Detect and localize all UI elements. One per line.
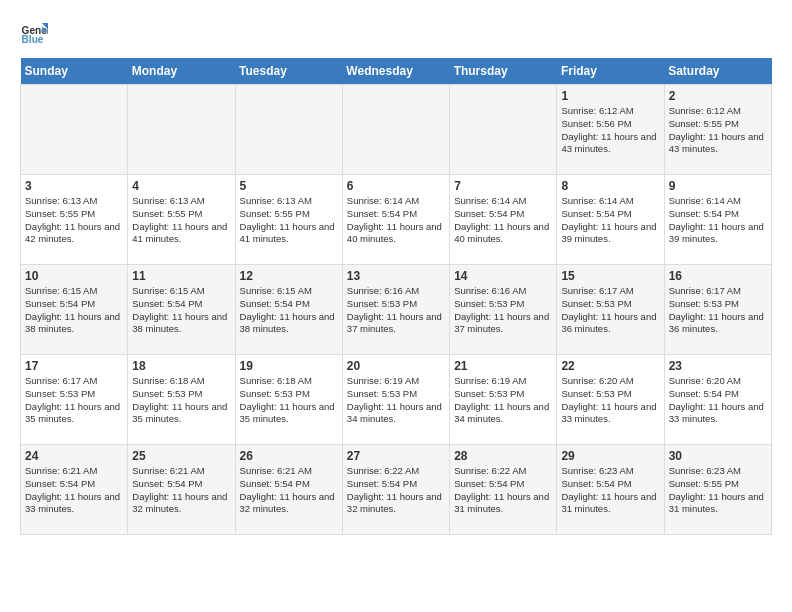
day-number: 13 xyxy=(347,269,445,283)
day-number: 25 xyxy=(132,449,230,463)
calendar-cell: 16Sunrise: 6:17 AM Sunset: 5:53 PM Dayli… xyxy=(664,265,771,355)
calendar-cell: 5Sunrise: 6:13 AM Sunset: 5:55 PM Daylig… xyxy=(235,175,342,265)
calendar-cell xyxy=(128,85,235,175)
day-info: Sunrise: 6:20 AM Sunset: 5:54 PM Dayligh… xyxy=(669,375,767,426)
calendar-cell: 12Sunrise: 6:15 AM Sunset: 5:54 PM Dayli… xyxy=(235,265,342,355)
day-number: 27 xyxy=(347,449,445,463)
day-info: Sunrise: 6:17 AM Sunset: 5:53 PM Dayligh… xyxy=(669,285,767,336)
calendar-cell xyxy=(342,85,449,175)
day-info: Sunrise: 6:13 AM Sunset: 5:55 PM Dayligh… xyxy=(240,195,338,246)
day-info: Sunrise: 6:22 AM Sunset: 5:54 PM Dayligh… xyxy=(454,465,552,516)
day-info: Sunrise: 6:23 AM Sunset: 5:55 PM Dayligh… xyxy=(669,465,767,516)
day-number: 14 xyxy=(454,269,552,283)
day-info: Sunrise: 6:22 AM Sunset: 5:54 PM Dayligh… xyxy=(347,465,445,516)
day-header-tuesday: Tuesday xyxy=(235,58,342,85)
calendar-cell xyxy=(235,85,342,175)
day-info: Sunrise: 6:13 AM Sunset: 5:55 PM Dayligh… xyxy=(25,195,123,246)
day-header-thursday: Thursday xyxy=(450,58,557,85)
calendar-cell: 18Sunrise: 6:18 AM Sunset: 5:53 PM Dayli… xyxy=(128,355,235,445)
calendar-cell: 27Sunrise: 6:22 AM Sunset: 5:54 PM Dayli… xyxy=(342,445,449,535)
day-header-friday: Friday xyxy=(557,58,664,85)
calendar-cell: 10Sunrise: 6:15 AM Sunset: 5:54 PM Dayli… xyxy=(21,265,128,355)
day-info: Sunrise: 6:14 AM Sunset: 5:54 PM Dayligh… xyxy=(347,195,445,246)
day-number: 18 xyxy=(132,359,230,373)
calendar-week-row: 24Sunrise: 6:21 AM Sunset: 5:54 PM Dayli… xyxy=(21,445,772,535)
day-number: 12 xyxy=(240,269,338,283)
day-info: Sunrise: 6:15 AM Sunset: 5:54 PM Dayligh… xyxy=(25,285,123,336)
day-info: Sunrise: 6:14 AM Sunset: 5:54 PM Dayligh… xyxy=(561,195,659,246)
calendar-cell xyxy=(450,85,557,175)
day-number: 4 xyxy=(132,179,230,193)
calendar-cell: 7Sunrise: 6:14 AM Sunset: 5:54 PM Daylig… xyxy=(450,175,557,265)
day-number: 2 xyxy=(669,89,767,103)
calendar-cell: 22Sunrise: 6:20 AM Sunset: 5:53 PM Dayli… xyxy=(557,355,664,445)
day-info: Sunrise: 6:13 AM Sunset: 5:55 PM Dayligh… xyxy=(132,195,230,246)
logo-icon: General Blue xyxy=(20,20,48,48)
day-number: 9 xyxy=(669,179,767,193)
calendar-cell: 24Sunrise: 6:21 AM Sunset: 5:54 PM Dayli… xyxy=(21,445,128,535)
day-info: Sunrise: 6:14 AM Sunset: 5:54 PM Dayligh… xyxy=(669,195,767,246)
calendar-table: SundayMondayTuesdayWednesdayThursdayFrid… xyxy=(20,58,772,535)
calendar-cell: 1Sunrise: 6:12 AM Sunset: 5:56 PM Daylig… xyxy=(557,85,664,175)
day-number: 21 xyxy=(454,359,552,373)
calendar-cell: 9Sunrise: 6:14 AM Sunset: 5:54 PM Daylig… xyxy=(664,175,771,265)
day-info: Sunrise: 6:12 AM Sunset: 5:55 PM Dayligh… xyxy=(669,105,767,156)
calendar-cell xyxy=(21,85,128,175)
day-info: Sunrise: 6:19 AM Sunset: 5:53 PM Dayligh… xyxy=(347,375,445,426)
calendar-week-row: 1Sunrise: 6:12 AM Sunset: 5:56 PM Daylig… xyxy=(21,85,772,175)
day-info: Sunrise: 6:14 AM Sunset: 5:54 PM Dayligh… xyxy=(454,195,552,246)
day-header-wednesday: Wednesday xyxy=(342,58,449,85)
day-header-saturday: Saturday xyxy=(664,58,771,85)
calendar-cell: 25Sunrise: 6:21 AM Sunset: 5:54 PM Dayli… xyxy=(128,445,235,535)
day-header-monday: Monday xyxy=(128,58,235,85)
day-number: 24 xyxy=(25,449,123,463)
day-info: Sunrise: 6:16 AM Sunset: 5:53 PM Dayligh… xyxy=(454,285,552,336)
calendar-cell: 17Sunrise: 6:17 AM Sunset: 5:53 PM Dayli… xyxy=(21,355,128,445)
calendar-cell: 30Sunrise: 6:23 AM Sunset: 5:55 PM Dayli… xyxy=(664,445,771,535)
day-info: Sunrise: 6:18 AM Sunset: 5:53 PM Dayligh… xyxy=(132,375,230,426)
calendar-cell: 4Sunrise: 6:13 AM Sunset: 5:55 PM Daylig… xyxy=(128,175,235,265)
calendar-cell: 15Sunrise: 6:17 AM Sunset: 5:53 PM Dayli… xyxy=(557,265,664,355)
page-header: General Blue xyxy=(20,20,772,48)
svg-text:Blue: Blue xyxy=(22,34,44,45)
calendar-cell: 13Sunrise: 6:16 AM Sunset: 5:53 PM Dayli… xyxy=(342,265,449,355)
calendar-cell: 14Sunrise: 6:16 AM Sunset: 5:53 PM Dayli… xyxy=(450,265,557,355)
day-info: Sunrise: 6:12 AM Sunset: 5:56 PM Dayligh… xyxy=(561,105,659,156)
day-number: 30 xyxy=(669,449,767,463)
day-info: Sunrise: 6:21 AM Sunset: 5:54 PM Dayligh… xyxy=(132,465,230,516)
day-number: 16 xyxy=(669,269,767,283)
day-number: 22 xyxy=(561,359,659,373)
day-header-sunday: Sunday xyxy=(21,58,128,85)
day-info: Sunrise: 6:17 AM Sunset: 5:53 PM Dayligh… xyxy=(561,285,659,336)
day-number: 7 xyxy=(454,179,552,193)
day-info: Sunrise: 6:17 AM Sunset: 5:53 PM Dayligh… xyxy=(25,375,123,426)
day-info: Sunrise: 6:21 AM Sunset: 5:54 PM Dayligh… xyxy=(25,465,123,516)
day-number: 15 xyxy=(561,269,659,283)
day-number: 10 xyxy=(25,269,123,283)
day-number: 1 xyxy=(561,89,659,103)
day-number: 8 xyxy=(561,179,659,193)
day-number: 17 xyxy=(25,359,123,373)
calendar-cell: 20Sunrise: 6:19 AM Sunset: 5:53 PM Dayli… xyxy=(342,355,449,445)
calendar-cell: 21Sunrise: 6:19 AM Sunset: 5:53 PM Dayli… xyxy=(450,355,557,445)
calendar-cell: 11Sunrise: 6:15 AM Sunset: 5:54 PM Dayli… xyxy=(128,265,235,355)
calendar-cell: 8Sunrise: 6:14 AM Sunset: 5:54 PM Daylig… xyxy=(557,175,664,265)
day-number: 29 xyxy=(561,449,659,463)
day-info: Sunrise: 6:18 AM Sunset: 5:53 PM Dayligh… xyxy=(240,375,338,426)
day-number: 28 xyxy=(454,449,552,463)
day-info: Sunrise: 6:20 AM Sunset: 5:53 PM Dayligh… xyxy=(561,375,659,426)
calendar-week-row: 3Sunrise: 6:13 AM Sunset: 5:55 PM Daylig… xyxy=(21,175,772,265)
calendar-cell: 3Sunrise: 6:13 AM Sunset: 5:55 PM Daylig… xyxy=(21,175,128,265)
day-info: Sunrise: 6:21 AM Sunset: 5:54 PM Dayligh… xyxy=(240,465,338,516)
calendar-cell: 19Sunrise: 6:18 AM Sunset: 5:53 PM Dayli… xyxy=(235,355,342,445)
calendar-cell: 6Sunrise: 6:14 AM Sunset: 5:54 PM Daylig… xyxy=(342,175,449,265)
calendar-week-row: 10Sunrise: 6:15 AM Sunset: 5:54 PM Dayli… xyxy=(21,265,772,355)
calendar-week-row: 17Sunrise: 6:17 AM Sunset: 5:53 PM Dayli… xyxy=(21,355,772,445)
day-number: 3 xyxy=(25,179,123,193)
day-info: Sunrise: 6:15 AM Sunset: 5:54 PM Dayligh… xyxy=(240,285,338,336)
logo: General Blue xyxy=(20,20,52,48)
day-number: 20 xyxy=(347,359,445,373)
day-number: 6 xyxy=(347,179,445,193)
calendar-cell: 23Sunrise: 6:20 AM Sunset: 5:54 PM Dayli… xyxy=(664,355,771,445)
calendar-cell: 26Sunrise: 6:21 AM Sunset: 5:54 PM Dayli… xyxy=(235,445,342,535)
